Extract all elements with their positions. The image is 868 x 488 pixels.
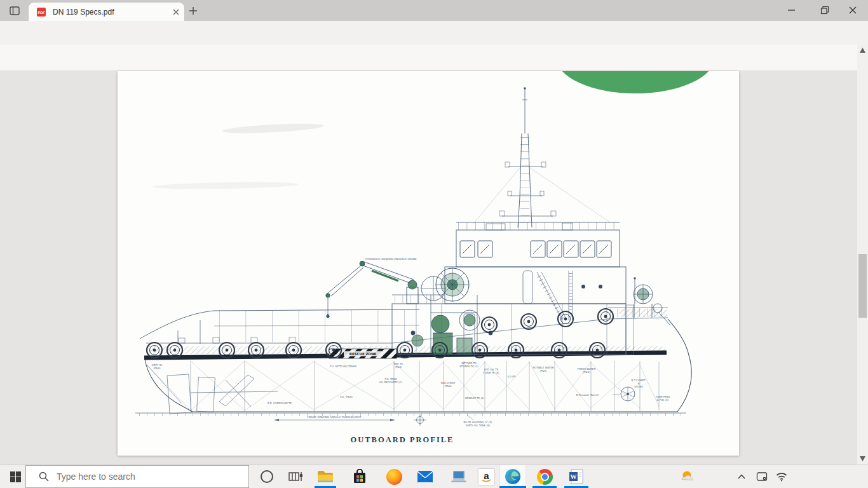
windows-logo-icon	[10, 471, 21, 482]
tablet-icon	[756, 471, 768, 482]
task-view-icon	[288, 471, 302, 483]
tank-labels: GREY W.(P&S) F.O. SETTLING TANKS F.O. TA…	[152, 362, 670, 405]
frame-spacing-note: FRAME SPACING 500mm THROUGHOUT	[307, 416, 361, 419]
crane-label: HYDRAULIC SLEWING KNUCKLE CRANE	[365, 257, 417, 261]
pdf-viewport: HYDRAULIC SLEWING KNUCKLE CRANE RESCUE Z…	[0, 71, 857, 464]
laptop-icon	[451, 470, 467, 484]
window-restore-button[interactable]	[820, 6, 829, 15]
vertical-scrollbar[interactable]	[857, 44, 868, 464]
task-view-button[interactable]	[282, 465, 309, 488]
taskbar-firefox[interactable]	[381, 465, 407, 488]
window-close-button[interactable]	[849, 6, 857, 14]
cortana-button[interactable]	[254, 465, 280, 488]
start-button[interactable]	[2, 465, 29, 488]
scanned-logo-green	[556, 71, 715, 93]
chrome-icon	[537, 469, 553, 485]
new-tab-button[interactable]	[189, 6, 198, 15]
scroll-down-icon[interactable]	[860, 456, 865, 461]
svg-text:(P&S): (P&S)	[583, 370, 590, 374]
scrollbar-thumb[interactable]	[858, 254, 867, 318]
taskbar-amazon[interactable]: a	[473, 465, 499, 488]
svg-text:FOAM TK (S): FOAM TK (S)	[484, 371, 499, 374]
tray-show-hidden[interactable]	[732, 465, 751, 488]
tray-weather[interactable]	[676, 465, 699, 488]
svg-text:PDF: PDF	[37, 10, 45, 14]
amazon-icon: a	[478, 469, 494, 485]
svg-text:OIL RECOVERY (C): OIL RECOVERY (C)	[379, 381, 403, 384]
browser-titlebar: PDF DN 119 Specs.pdf	[0, 0, 868, 21]
svg-text:F.O. SETTLING TANKS: F.O. SETTLING TANKS	[330, 365, 357, 368]
tab-close-icon[interactable]	[172, 8, 180, 16]
taskbar-search-input[interactable]	[55, 471, 217, 482]
drawing-title: OUTBOARD PROFILE	[351, 435, 454, 444]
ship-drawing: HYDRAULIC SLEWING KNUCKLE CRANE RESCUE Z…	[118, 71, 739, 456]
tab-actions-icon[interactable]	[9, 5, 20, 17]
svg-text:F.O. (P&S): F.O. (P&S)	[340, 395, 353, 398]
edge-icon	[505, 468, 521, 485]
rescue-zone-label: RESCUE ZONE	[349, 352, 377, 356]
chevron-up-icon	[738, 474, 745, 479]
window-minimize-button[interactable]	[788, 9, 796, 11]
pdf-toolbar: of 3	[0, 44, 857, 71]
firefox-icon	[386, 469, 402, 485]
svg-text:& F.W. (C): & F.W. (C)	[656, 398, 669, 402]
svg-text:(P&S): (P&S)	[444, 384, 452, 388]
pdf-file-icon: PDF	[36, 7, 46, 17]
svg-text:DIRTY OIL TANK (S): DIRTY OIL TANK (S)	[466, 424, 491, 427]
browser-tab[interactable]: PDF DN 119 Specs.pdf	[29, 3, 184, 21]
scroll-up-icon[interactable]	[860, 48, 865, 53]
tab-title: DN 119 Specs.pdf	[53, 8, 148, 17]
svg-text:a: a	[484, 470, 489, 481]
screen: PDF DN 119 Specs.pdf	[0, 0, 868, 488]
taskbar-connect[interactable]	[445, 465, 472, 488]
file-explorer-icon	[317, 470, 334, 484]
tray-tablet-mode[interactable]	[752, 465, 771, 488]
taskbar-edge-active[interactable]	[499, 465, 526, 488]
cortana-icon	[260, 470, 274, 484]
weather-icon	[680, 470, 695, 484]
taskbar-chrome[interactable]	[531, 465, 558, 488]
taskbar-store[interactable]	[346, 465, 373, 488]
svg-text:(P&S): (P&S)	[153, 367, 161, 370]
taskbar-mail[interactable]	[412, 465, 438, 488]
svg-text:STORE: STORE	[634, 385, 643, 388]
svg-text:4.0 (P): 4.0 (P)	[507, 375, 516, 378]
svg-text:SEWAGE TK (S): SEWAGE TK (S)	[465, 396, 485, 400]
taskbar-search[interactable]	[25, 465, 249, 488]
svg-text:(P&S): (P&S)	[395, 365, 402, 369]
store-icon	[352, 469, 367, 484]
taskbar: a	[0, 464, 868, 488]
thruster-label: B.Thruster Tunnel	[576, 393, 599, 396]
taskbar-file-explorer[interactable]	[312, 465, 339, 488]
svg-text:W: W	[571, 473, 577, 480]
svg-text:STORES TK (C): STORES TK (C)	[459, 365, 478, 368]
pdf-page: HYDRAULIC SLEWING KNUCKLE CRANE RESCUE Z…	[118, 71, 739, 456]
taskbar-word[interactable]: W	[563, 465, 590, 488]
wifi-icon	[776, 472, 787, 482]
browser-address-row: File C:/Users/Acer/Desktop/3705%20-%2020…	[0, 21, 868, 44]
search-icon	[39, 471, 49, 482]
mail-icon	[417, 470, 433, 483]
tray-network[interactable]	[772, 465, 791, 488]
svg-text:(P&S): (P&S)	[539, 369, 547, 372]
svg-text:E.R. OVERFLOW TK: E.R. OVERFLOW TK	[268, 402, 292, 405]
word-icon: W	[569, 469, 584, 484]
